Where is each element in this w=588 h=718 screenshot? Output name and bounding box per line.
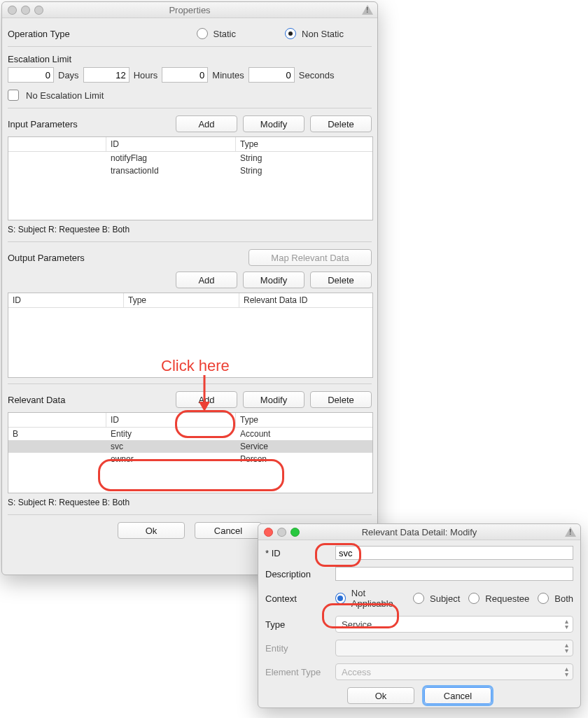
output-modify-button[interactable]: Modify — [243, 272, 304, 288]
legend-2: S: Subject R: Requestee B: Both — [8, 498, 372, 507]
minutes-input[interactable] — [162, 67, 208, 83]
col-out-rd[interactable]: Relevant Data ID — [239, 293, 372, 307]
description-input[interactable] — [335, 567, 573, 581]
rd-col-id[interactable]: ID — [106, 413, 236, 427]
detail-window-title: Relevant Data Detail: Modify — [258, 527, 580, 537]
input-parameters-table[interactable]: ID Type notifyFlagStringtransactionIdStr… — [8, 136, 373, 220]
context-na[interactable]: Not Applicable — [335, 588, 405, 609]
col-out-type[interactable]: Type — [124, 293, 239, 307]
col-out-id[interactable]: ID — [8, 293, 124, 307]
seconds-unit: Seconds — [299, 70, 335, 80]
context-both[interactable]: Both — [538, 593, 573, 604]
relevant-data-table[interactable]: ID Type BEntityAccountsvcServiceownerPer… — [8, 412, 373, 493]
warning-icon — [565, 527, 576, 537]
output-parameters-table[interactable]: ID Type Relevant Data ID — [8, 293, 373, 378]
properties-window: Properties Operation Type Static Non Sta… — [1, 1, 378, 575]
input-add-button[interactable]: Add — [176, 115, 237, 132]
element-type-label: Element Type — [265, 667, 328, 677]
cell-id: transactionId — [106, 164, 236, 177]
entity-select[interactable]: ▴▾ — [335, 640, 573, 656]
escalation-limit-label: Escalation Limit — [8, 54, 372, 64]
entity-label: Entity — [265, 643, 328, 654]
table-row[interactable]: BEntityAccount — [8, 428, 372, 440]
relevant-data-label: Relevant Data — [8, 395, 65, 405]
window-title: Properties — [2, 5, 377, 15]
output-parameters-label: Output Parameters — [8, 253, 85, 263]
operation-type-label: Operation Type — [8, 29, 70, 39]
input-modify-button[interactable]: Modify — [243, 115, 304, 132]
days-input[interactable] — [8, 67, 54, 83]
detail-ok-button[interactable]: Ok — [347, 687, 414, 704]
context-subject[interactable]: Subject — [413, 593, 460, 604]
col-type[interactable]: Type — [236, 137, 372, 151]
chevron-updown-icon: ▴▾ — [565, 619, 568, 630]
cell-type: Person — [236, 453, 372, 465]
map-relevant-button[interactable]: Map Relevant Data — [248, 249, 372, 266]
hours-unit: Hours — [134, 70, 158, 80]
legend: S: Subject R: Requestee B: Both — [8, 225, 372, 234]
detail-titlebar[interactable]: Relevant Data Detail: Modify — [258, 524, 580, 540]
cell-type: String — [236, 164, 372, 177]
cell-rel — [8, 152, 106, 164]
id-input[interactable] — [335, 546, 573, 560]
rd-col-rel[interactable] — [8, 413, 106, 427]
cell-rel: B — [8, 428, 106, 440]
cell-rel — [8, 440, 106, 453]
cell-type: Account — [236, 428, 372, 440]
detail-cancel-button[interactable]: Cancel — [424, 687, 491, 704]
titlebar[interactable]: Properties — [2, 2, 377, 18]
hours-input[interactable] — [83, 67, 130, 83]
context-label: Context — [265, 593, 328, 604]
operation-type-static[interactable]: Static — [197, 28, 237, 39]
cell-id: Entity — [106, 428, 236, 440]
minutes-unit: Minutes — [212, 70, 244, 80]
type-select[interactable]: Service ▴▾ — [335, 616, 573, 633]
id-label: * ID — [265, 548, 328, 558]
table-row[interactable]: notifyFlagString — [8, 152, 372, 164]
cancel-button[interactable]: Cancel — [195, 522, 262, 539]
ok-button[interactable]: Ok — [118, 522, 185, 539]
context-requestee[interactable]: Requestee — [468, 593, 529, 604]
days-unit: Days — [58, 70, 79, 80]
table-row[interactable]: ownerPerson — [8, 453, 372, 465]
cell-id: svc — [106, 440, 236, 453]
cell-rel — [8, 453, 106, 465]
relevant-modify-button[interactable]: Modify — [243, 391, 304, 408]
chevron-updown-icon: ▴▾ — [565, 666, 568, 677]
table-row[interactable]: transactionIdString — [8, 164, 372, 177]
description-label: Description — [265, 569, 328, 579]
relevant-delete-button[interactable]: Delete — [310, 391, 372, 408]
relevant-add-button[interactable]: Add — [176, 391, 237, 408]
cell-rel — [8, 164, 106, 177]
col-rel[interactable] — [8, 137, 106, 151]
rd-col-type[interactable]: Type — [236, 413, 372, 427]
col-id[interactable]: ID — [106, 137, 236, 151]
type-label: Type — [265, 619, 328, 630]
relevant-data-detail-window: Relevant Data Detail: Modify * ID Descri… — [258, 523, 581, 708]
warning-icon — [362, 5, 373, 15]
output-delete-button[interactable]: Delete — [310, 272, 372, 288]
operation-type-nonstatic[interactable]: Non Static — [285, 28, 344, 39]
seconds-input[interactable] — [248, 67, 295, 83]
cell-id: owner — [106, 453, 236, 465]
context-radios: Not Applicable Subject Requestee Both — [335, 588, 573, 609]
element-type-select[interactable]: Access ▴▾ — [335, 663, 573, 680]
output-add-button[interactable]: Add — [176, 272, 237, 288]
cell-type: Service — [236, 440, 372, 453]
cell-type: String — [236, 152, 372, 164]
input-parameters-label: Input Parameters — [8, 119, 78, 129]
table-row[interactable]: svcService — [8, 440, 372, 453]
no-escalation-checkbox[interactable]: No Escalation Limit — [8, 90, 372, 101]
cell-id: notifyFlag — [106, 152, 236, 164]
input-delete-button[interactable]: Delete — [310, 115, 372, 132]
chevron-updown-icon: ▴▾ — [565, 642, 568, 654]
